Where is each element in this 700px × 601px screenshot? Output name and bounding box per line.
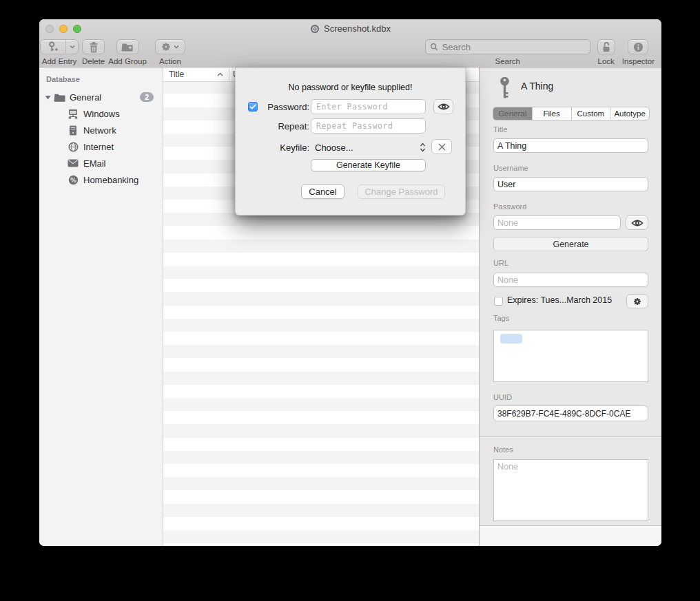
entry-title: A Thing [521, 81, 553, 92]
sort-ascending-icon [217, 72, 223, 76]
sidebar: Database General 2 [39, 67, 163, 546]
sidebar-item-network[interactable]: Network [39, 122, 163, 138]
toolbar-item-action: Action [155, 39, 185, 65]
info-icon [633, 42, 644, 52]
keyfile-popup[interactable]: Choose... [311, 139, 426, 156]
folder-icon [53, 92, 65, 103]
expires-label: Expires: Tues...March 2015 [507, 295, 612, 305]
windows-group-icon [67, 108, 79, 119]
password-input[interactable] [493, 215, 621, 230]
keyfile-clear-button[interactable] [431, 139, 452, 154]
toolbar-item-lock: Lock [597, 39, 615, 65]
sidebar-item-internet[interactable]: Internet [39, 138, 163, 155]
toolbar-item-inspector: Inspector [622, 39, 655, 65]
key-icon [499, 76, 511, 99]
change-password-button[interactable]: Change Password [358, 184, 445, 199]
dialog-reveal-password-button[interactable] [433, 99, 453, 114]
title-field-label: Title [493, 125, 507, 134]
expires-checkbox[interactable] [494, 297, 503, 306]
tags-box[interactable] [493, 330, 648, 382]
trash-icon [88, 41, 99, 53]
search-field[interactable] [425, 39, 590, 54]
titlebar: Screenshot.kdbx [39, 19, 661, 38]
notes-field-label: Notes [493, 445, 513, 454]
reveal-password-button[interactable] [626, 215, 648, 230]
add-entry-dropdown[interactable] [65, 40, 78, 54]
delete-button[interactable] [82, 39, 105, 54]
globe-icon [67, 141, 79, 152]
uuid-input[interactable] [493, 405, 648, 421]
title-input[interactable] [493, 138, 648, 153]
add-entry-label: Add Entry [42, 57, 77, 65]
add-entry-button[interactable] [40, 39, 79, 54]
notes-textarea[interactable] [493, 459, 648, 521]
lock-button[interactable] [597, 39, 615, 54]
sidebar-item-windows[interactable]: Windows [39, 105, 163, 122]
dialog-password-label: Password: [249, 102, 309, 112]
gear-icon [161, 41, 172, 52]
add-entry-key-icon [41, 40, 65, 54]
tab-autotype[interactable]: Autotype [610, 107, 649, 120]
eye-icon [631, 219, 644, 227]
tag-pill[interactable] [500, 334, 522, 344]
search-input[interactable] [441, 41, 586, 53]
eye-icon [438, 103, 450, 111]
window-header: Screenshot.kdbx [39, 19, 661, 67]
toolbar-item-delete: Delete [82, 39, 105, 65]
password-field-label: Password [493, 202, 526, 211]
sidebar-section-header: Database [39, 75, 163, 89]
stepper-icon [420, 143, 426, 152]
generate-keyfile-button[interactable]: Generate Keyfile [311, 159, 426, 171]
sidebar-item-label: General [70, 92, 101, 103]
sidebar-item-general[interactable]: General 2 [39, 89, 163, 105]
tab-general[interactable]: General [493, 107, 533, 120]
expires-options-button[interactable] [626, 294, 648, 308]
envelope-icon [67, 158, 79, 169]
lock-label: Lock [598, 57, 615, 65]
chevron-down-icon [70, 45, 75, 49]
delete-label: Delete [82, 57, 105, 65]
inspector-panel: A Thing General Files Custom Autotype Ti… [479, 67, 661, 546]
sidebar-item-label: Homebanking [83, 175, 138, 185]
generate-password-button[interactable]: Generate [493, 237, 648, 251]
document-icon [310, 24, 320, 34]
dialog-repeat-label: Repeat: [249, 121, 309, 131]
dialog-password-input[interactable] [311, 99, 426, 114]
folder-plus-icon [121, 41, 134, 52]
sidebar-item-label: EMail [83, 158, 106, 169]
section-divider [480, 436, 661, 437]
inspector-footer [480, 526, 661, 546]
sidebar-item-label: Windows [83, 109, 120, 119]
gear-icon [632, 297, 642, 306]
sidebar-item-homebanking[interactable]: % Homebanking [39, 171, 163, 188]
percent-circle-icon: % [67, 174, 79, 185]
keyfile-popup-value: Choose... [311, 143, 420, 153]
chevron-down-icon [174, 45, 179, 49]
column-separator[interactable] [229, 69, 229, 80]
cancel-button[interactable]: Cancel [301, 184, 344, 199]
url-field-label: URL [493, 259, 508, 267]
add-group-button[interactable] [116, 39, 139, 54]
tab-custom[interactable]: Custom [572, 107, 611, 120]
group-count-badge: 2 [140, 92, 154, 102]
add-group-label: Add Group [108, 57, 147, 65]
inspector-button[interactable] [628, 39, 648, 54]
sidebar-item-email[interactable]: EMail [39, 155, 163, 171]
tab-files[interactable]: Files [533, 107, 572, 120]
action-button[interactable] [155, 39, 185, 54]
sidebar-item-label: Network [83, 125, 116, 136]
username-input[interactable] [493, 177, 648, 191]
toolbar-item-add-group: Add Group [108, 39, 147, 65]
toolbar-item-add-entry: Add Entry [40, 39, 79, 65]
dialog-keyfile-label: Keyfile: [249, 143, 309, 153]
dialog-message: No password or keyfile supplied! [236, 83, 465, 92]
window-title-area: Screenshot.kdbx [39, 19, 661, 38]
unlock-icon [601, 41, 611, 52]
search-icon [430, 43, 438, 51]
window-title: Screenshot.kdbx [324, 23, 391, 34]
url-input[interactable] [493, 273, 648, 287]
disclosure-triangle-icon[interactable] [42, 95, 53, 100]
inspector-label: Inspector [622, 57, 655, 65]
dialog-repeat-input[interactable] [311, 118, 426, 134]
column-header-title[interactable]: Title [163, 70, 217, 79]
